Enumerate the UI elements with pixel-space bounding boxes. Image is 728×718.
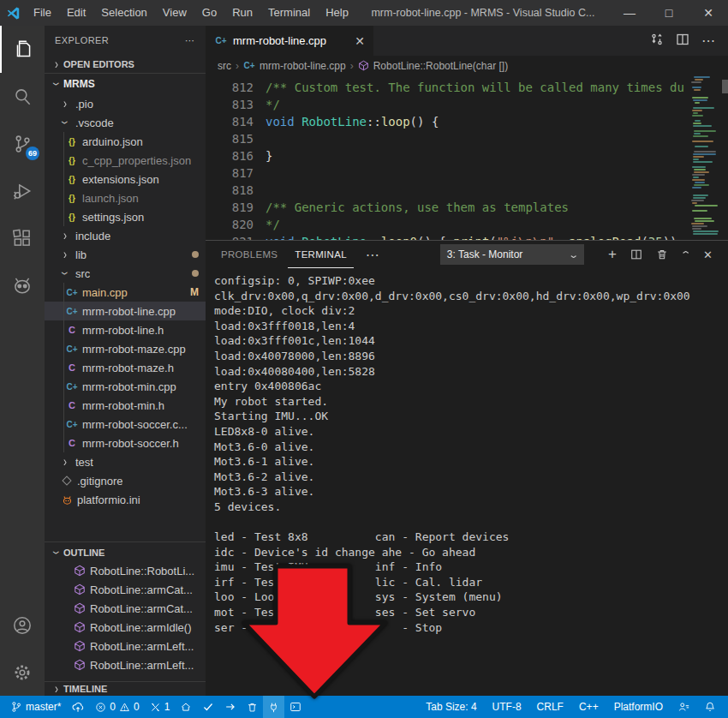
scm-badge: 69 [26, 147, 39, 160]
extensions-icon[interactable] [0, 214, 45, 261]
tab-close-icon[interactable]: ✕ [355, 34, 365, 48]
close-panel-icon[interactable]: ✕ [703, 248, 713, 261]
terminal-line: mode:DIO, clock div:2 [214, 303, 728, 319]
feedback-button[interactable] [672, 701, 695, 713]
tree-item-mrm-robot-min-h[interactable]: Cmrm-robot-min.h [45, 396, 206, 415]
status-platformio[interactable]: PlatformIO [608, 701, 669, 713]
menu-help[interactable]: Help [318, 6, 356, 19]
kill-terminal-trash-icon[interactable] [656, 248, 668, 260]
split-editor-icon[interactable] [676, 33, 689, 50]
tree-item-include[interactable]: ›include [45, 226, 206, 245]
tree-item-arduino-json[interactable]: {}arduino.json [45, 132, 206, 151]
tree-item--pio[interactable]: ›.pio [45, 94, 206, 113]
platformio-serial-monitor-button[interactable] [263, 696, 284, 718]
vscode-logo-icon [0, 6, 26, 21]
chevron-down-icon: › [57, 116, 73, 129]
split-terminal-icon[interactable] [630, 248, 642, 260]
explorer-icon[interactable] [0, 26, 45, 73]
new-terminal-icon[interactable]: + [608, 246, 617, 263]
breadcrumb-folder[interactable]: src [218, 60, 231, 72]
tree-item-c-cpp-properties-json[interactable]: {}c_cpp_properties.json [45, 151, 206, 170]
menu-go[interactable]: Go [194, 6, 224, 19]
tree-item-test[interactable]: ›test [45, 452, 206, 471]
panel-more-icon[interactable]: ⋯ [357, 247, 389, 263]
feedback-person-icon [677, 701, 690, 713]
tree-item-mrm-robot-line-cpp[interactable]: C+mrm-robot-line.cpp [45, 302, 206, 320]
terminal-output[interactable]: configsip: 0, SPIWP:0xeeclk_drv:0x00,q_d… [206, 268, 728, 696]
menu-selection[interactable]: Selection [93, 6, 154, 19]
tab-terminal[interactable]: TERMINAL [288, 241, 354, 268]
outline-section[interactable]: › OUTLINE [45, 542, 206, 561]
tree-item--vscode[interactable]: ›.vscode [45, 113, 206, 132]
status-c-[interactable]: C++ [573, 701, 605, 713]
open-editors-section[interactable]: › OPEN EDITORS [45, 55, 206, 74]
editor-more-actions-icon[interactable]: ⋯ [701, 33, 716, 49]
close-button[interactable]: ✕ [689, 0, 728, 26]
menu-file[interactable]: File [26, 6, 59, 19]
explorer-more-actions-icon[interactable]: ⋯ [185, 35, 195, 46]
minimap[interactable] [689, 75, 722, 240]
outline-item[interactable]: RobotLine::armCat... [45, 599, 206, 618]
platformio-icon[interactable] [0, 261, 45, 308]
notifications-bell-icon[interactable] [699, 701, 721, 713]
settings-gear-icon[interactable] [0, 649, 45, 696]
status-crlf[interactable]: CRLF [531, 701, 570, 713]
tree-item--gitignore[interactable]: .gitignore [45, 471, 206, 490]
platformio-clean-button[interactable] [242, 696, 263, 718]
tree-item-mrm-robot-maze-h[interactable]: Cmrm-robot-maze.h [45, 358, 206, 377]
tree-item-launch-json[interactable]: {}launch.json [45, 188, 206, 207]
cpp-file-icon: C+ [65, 344, 79, 354]
open-changes-icon[interactable] [650, 33, 664, 50]
tree-item-mrm-robot-soccer-h[interactable]: Cmrm-robot-soccer.h [45, 434, 206, 452]
status-tab-size-4[interactable]: Tab Size: 4 [420, 701, 482, 713]
maximize-button[interactable]: □ [649, 0, 689, 26]
outline-item[interactable]: RobotLine::armCat... [45, 580, 206, 599]
symbol-method-icon [74, 640, 86, 652]
code-editor[interactable]: 812/** Custom test. The function will be… [206, 75, 728, 240]
account-icon[interactable] [0, 601, 45, 649]
tree-item-mrm-robot-soccer-c-[interactable]: C+mrm-robot-soccer.c... [45, 415, 206, 434]
source-control-icon[interactable]: 69 [0, 120, 45, 167]
tree-item-mrm-robot-maze-cpp[interactable]: C+mrm-robot-maze.cpp [45, 339, 206, 358]
tree-item-lib[interactable]: ›lib [45, 245, 206, 264]
breadcrumb-symbol[interactable]: RobotLine::RobotLine(char []) [373, 60, 508, 72]
platformio-home-button[interactable] [175, 696, 197, 718]
tree-item-mrm-robot-line-h[interactable]: Cmrm-robot-line.h [45, 320, 206, 339]
minimize-button[interactable]: — [610, 0, 649, 26]
breadcrumb-file[interactable]: mrm-robot-line.cpp [260, 60, 346, 72]
tab-mrm-robot-line[interactable]: C+ mrm-robot-line.cpp ✕ [206, 26, 373, 56]
menu-run[interactable]: Run [224, 6, 260, 19]
tree-item-extensions-json[interactable]: {}extensions.json [45, 170, 206, 188]
workspace-root-mrms[interactable]: › MRMS [45, 74, 206, 94]
tree-item-platformio-ini[interactable]: platformio.ini [45, 490, 206, 509]
terminal-line: Mot3.6-3 alive. [214, 484, 728, 500]
menu-edit[interactable]: Edit [59, 6, 93, 19]
problems-indicator[interactable]: 0 0 [90, 696, 144, 718]
outline-item[interactable]: RobotLine::armLeft... [45, 655, 206, 671]
run-debug-icon[interactable] [0, 167, 45, 214]
platformio-upload-button[interactable] [219, 696, 242, 718]
platformio-new-terminal-button[interactable] [284, 696, 307, 718]
code-line: 814void RobotLine::loop() { [206, 113, 728, 130]
terminal-selector-dropdown[interactable]: 3: Task - Monitor ⌄ [440, 244, 584, 265]
sync-changes-button[interactable] [66, 696, 90, 718]
menu-view[interactable]: View [155, 6, 194, 19]
tree-item-mrm-robot-min-cpp[interactable]: C+mrm-robot-min.cpp [45, 377, 206, 396]
menu-terminal[interactable]: Terminal [260, 6, 318, 19]
running-tasks-indicator[interactable]: 1 [145, 696, 176, 718]
timeline-section[interactable]: › TIMELINE [45, 681, 206, 696]
tree-item-src[interactable]: ›src [45, 264, 206, 283]
editor-scrollbar[interactable] [722, 80, 728, 93]
search-icon[interactable] [0, 73, 45, 120]
maximize-panel-icon[interactable]: ⌃ [680, 249, 692, 260]
tab-problems[interactable]: PROBLEMS [214, 241, 284, 268]
tree-item-main-cpp[interactable]: C+main.cppM [45, 283, 206, 302]
outline-item[interactable]: RobotLine::armLeft... [45, 637, 206, 655]
git-branch-indicator[interactable]: master* [0, 696, 66, 718]
outline-item[interactable]: RobotLine::RobotLi... [45, 561, 206, 580]
arrow-right-icon [224, 701, 236, 713]
outline-item[interactable]: RobotLine::armIdle() [45, 618, 206, 637]
platformio-build-button[interactable] [197, 696, 219, 718]
status-utf-8[interactable]: UTF-8 [486, 701, 528, 713]
tree-item-settings-json[interactable]: {}settings.json [45, 207, 206, 226]
